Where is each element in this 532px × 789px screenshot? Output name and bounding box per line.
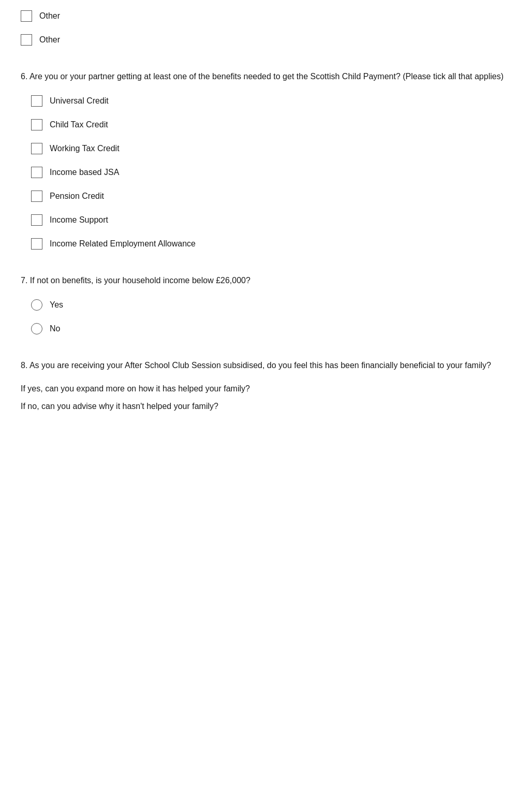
q6-checkbox-3[interactable]	[31, 143, 42, 154]
q6-checkbox-7[interactable]	[31, 238, 42, 250]
q6-option-6[interactable]: Income Support	[31, 214, 511, 226]
q6-label-7: Income Related Employment Allowance	[50, 239, 196, 249]
q7-radio-yes[interactable]	[31, 299, 42, 311]
q7-option-no[interactable]: No	[31, 323, 511, 334]
question-7: 7. If not on benefits, is your household…	[21, 274, 511, 334]
q6-label-6: Income Support	[50, 215, 108, 225]
q6-label-1: Universal Credit	[50, 96, 109, 106]
q6-option-1[interactable]: Universal Credit	[31, 95, 511, 107]
q6-label-4: Income based JSA	[50, 168, 119, 177]
question-6-text: 6. Are you or your partner getting at le…	[21, 70, 511, 83]
q6-label-2: Child Tax Credit	[50, 120, 108, 129]
q6-option-7[interactable]: Income Related Employment Allowance	[31, 238, 511, 250]
q6-option-3[interactable]: Working Tax Credit	[31, 143, 511, 154]
q7-label-yes: Yes	[50, 300, 63, 310]
q7-option-yes[interactable]: Yes	[31, 299, 511, 311]
q6-checkbox-6[interactable]	[31, 214, 42, 226]
q6-checkbox-4[interactable]	[31, 167, 42, 178]
q7-label-no: No	[50, 324, 60, 333]
q6-checkbox-2[interactable]	[31, 119, 42, 130]
top-checkbox-2[interactable]: Other	[21, 34, 511, 46]
q6-label-3: Working Tax Credit	[50, 144, 120, 153]
question-8-text: 8. As you are receiving your After Schoo…	[21, 359, 511, 372]
question-8-sub2: If no, can you advise why it hasn't help…	[21, 402, 511, 411]
q6-option-5[interactable]: Pension Credit	[31, 191, 511, 202]
checkbox-box-1[interactable]	[21, 10, 32, 22]
question-7-body: If not on benefits, is your household in…	[30, 276, 250, 285]
top-checkbox-1-label: Other	[39, 11, 60, 21]
q6-checkbox-1[interactable]	[31, 95, 42, 107]
q6-label-5: Pension Credit	[50, 192, 104, 201]
question-7-text: 7. If not on benefits, is your household…	[21, 274, 511, 287]
question-7-number: 7.	[21, 276, 27, 285]
question-8: 8. As you are receiving your After Schoo…	[21, 359, 511, 411]
checkbox-box-2[interactable]	[21, 34, 32, 46]
question-8-number: 8.	[21, 361, 27, 370]
q6-option-2[interactable]: Child Tax Credit	[31, 119, 511, 130]
question-8-sub1: If yes, can you expand more on how it ha…	[21, 384, 511, 393]
q7-radio-no[interactable]	[31, 323, 42, 334]
question-6-options: Universal Credit Child Tax Credit Workin…	[31, 95, 511, 250]
question-6-number: 6.	[21, 72, 27, 81]
question-6-body: Are you or your partner getting at least…	[29, 72, 504, 81]
top-checkbox-1[interactable]: Other	[21, 10, 511, 22]
q6-option-4[interactable]: Income based JSA	[31, 167, 511, 178]
question-6: 6. Are you or your partner getting at le…	[21, 70, 511, 250]
top-checkbox-2-label: Other	[39, 35, 60, 45]
q6-checkbox-5[interactable]	[31, 191, 42, 202]
question-8-body: As you are receiving your After School C…	[29, 361, 491, 370]
question-7-options: Yes No	[31, 299, 511, 334]
